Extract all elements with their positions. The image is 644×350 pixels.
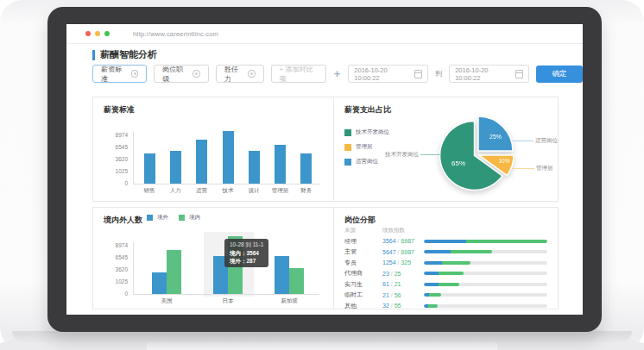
row-values: 23 / 25: [382, 271, 424, 277]
progress-segment-green: [429, 293, 441, 297]
y-axis-label: 6545: [97, 254, 128, 260]
value-secondary: 6987: [401, 238, 414, 244]
legend-label: 技术开发岗位: [356, 128, 389, 136]
y-axis-label: 0: [97, 291, 128, 297]
add-comparison-label: + 添加对比项: [280, 65, 318, 84]
salary-bar[interactable]: [275, 145, 286, 184]
x-axis-label: 销售: [136, 187, 162, 195]
salary-bar[interactable]: [144, 153, 155, 184]
x-axis-label: 美国: [136, 297, 197, 305]
date-to-input[interactable]: 2016-10-20 10:00:22: [449, 65, 529, 83]
filter-chip-salary-standard[interactable]: 薪资标准: [92, 65, 147, 83]
legend-item[interactable]: 技术开发岗位: [344, 128, 389, 136]
date-range-to-label: 到: [435, 69, 442, 78]
leader-line-management: [512, 168, 534, 169]
salary-bar[interactable]: [196, 140, 207, 184]
table-row: 实习生61 / 21: [344, 279, 547, 291]
progress-segment-blue: [424, 250, 451, 253]
pie-label-operations: 运营岗位: [535, 137, 558, 145]
panel-salary-expense: 薪资支出占比 技术开发岗位管理层运营岗位 65% 25% 10% 技术开发岗位: [333, 97, 559, 202]
salary-bar[interactable]: [223, 131, 234, 184]
row-values: 3564 / 6987: [382, 238, 424, 244]
domestic-bar[interactable]: [167, 250, 181, 294]
table-row: 其他32 / 55: [344, 301, 547, 310]
value-secondary: 55: [395, 303, 401, 309]
legend-item[interactable]: 运营岗位: [344, 158, 389, 166]
filter-chip-competence[interactable]: 胜任力: [216, 65, 264, 83]
progress-track: [424, 240, 547, 243]
legend-label: 运营岗位: [356, 158, 378, 166]
progress-segment-blue: [424, 272, 439, 275]
position-table: 来源 绩效指数 经理3564 / 6987主管5647 / 6987专员1254…: [344, 225, 547, 309]
filter-chip-position-rank[interactable]: 岗位职级: [154, 65, 208, 83]
calendar-icon: [515, 70, 524, 78]
pie-percent-operations: 25%: [489, 134, 502, 140]
table-header-row: 来源 绩效指数: [344, 225, 547, 236]
pie-legend: 技术开发岗位管理层运营岗位: [344, 128, 389, 166]
y-axis-label: 3620: [97, 266, 128, 272]
domestic-bar[interactable]: [289, 268, 304, 294]
date-from-input[interactable]: 2016-10-20 10:00:22: [348, 65, 428, 83]
value-secondary: 6987: [401, 249, 414, 255]
value-secondary: 21: [395, 281, 401, 287]
overseas-bar[interactable]: [275, 256, 289, 294]
value-secondary: 325: [401, 259, 411, 266]
plus-icon[interactable]: +: [333, 68, 342, 79]
row-label: 经理: [344, 237, 382, 246]
y-axis-line: [133, 242, 134, 294]
row-label: 临时工: [344, 291, 382, 299]
y-axis-line: [133, 132, 134, 184]
x-axis-label: 设计: [241, 187, 267, 195]
calendar-icon: [414, 70, 423, 78]
panel-position-table: 岗位分部 来源 绩效指数 经理3564 / 6987主管5647 / 6987专…: [333, 207, 559, 309]
row-values: 1254 / 325: [382, 259, 424, 266]
add-comparison-chip[interactable]: + 添加对比项: [271, 65, 326, 83]
progress-segment-green: [466, 240, 547, 243]
progress-track: [424, 293, 547, 297]
filter-chip-label: 薪资标准: [101, 65, 127, 84]
pie-label-tech: 技术开发岗位: [370, 151, 419, 159]
overseas-bar[interactable]: [152, 272, 167, 294]
value-primary: 61: [382, 281, 389, 287]
progress-track: [424, 261, 547, 265]
pie-percent-tech: 65%: [451, 159, 465, 167]
salary-bar[interactable]: [300, 153, 312, 184]
page-title: 薪酬智能分析: [100, 48, 157, 61]
salary-bar[interactable]: [249, 151, 260, 184]
table-row: 主管5647 / 6987: [344, 247, 547, 258]
window-control-minimize[interactable]: [95, 31, 100, 36]
url-text: http://www.careerintlinc.com: [133, 30, 218, 38]
progress-track: [424, 283, 547, 286]
browser-window: http://www.careerintlinc.com 薪酬智能分析 薪资标准…: [66, 24, 583, 315]
value-primary: 32: [382, 303, 389, 309]
filter-toolbar: 薪资标准 岗位职级 胜任力 + 添加对比项 +: [92, 65, 583, 83]
column-header-index: 绩效指数: [382, 227, 424, 234]
y-axis-label: 8974: [97, 242, 128, 248]
row-label: 主管: [344, 247, 382, 256]
salary-bar[interactable]: [170, 151, 181, 184]
progress-segment-green: [451, 250, 491, 253]
page-title-row: 薪酬智能分析: [92, 48, 157, 61]
column-header-source: 来源: [344, 227, 382, 234]
tooltip-line-overseas: 境外：287: [230, 258, 263, 266]
progress-track: [424, 272, 547, 275]
row-values: 21 / 56: [382, 292, 424, 298]
table-row: 经理3564 / 6987: [344, 236, 547, 247]
filter-chip-label: 岗位职级: [162, 65, 188, 84]
window-control-maximize[interactable]: [104, 31, 110, 36]
y-axis-label: 1025: [97, 168, 128, 174]
leader-line-tech: [420, 154, 441, 155]
progress-segment-blue: [424, 240, 466, 243]
pie-percent-management: 10%: [498, 158, 509, 164]
row-values: 32 / 55: [382, 303, 424, 309]
progress-segment-green: [439, 283, 459, 286]
confirm-button[interactable]: 确定: [536, 66, 583, 83]
value-primary: 23: [382, 271, 389, 277]
y-axis-label: 6545: [97, 144, 128, 150]
chip-circle-icon: [193, 70, 200, 78]
window-control-close[interactable]: [85, 31, 91, 36]
chip-circle-icon: [131, 70, 139, 78]
title-accent-bar: [92, 50, 95, 60]
dashboard-content: 薪酬智能分析 薪资标准 岗位职级 胜任力: [66, 45, 583, 315]
legend-item[interactable]: 管理层: [344, 143, 389, 151]
